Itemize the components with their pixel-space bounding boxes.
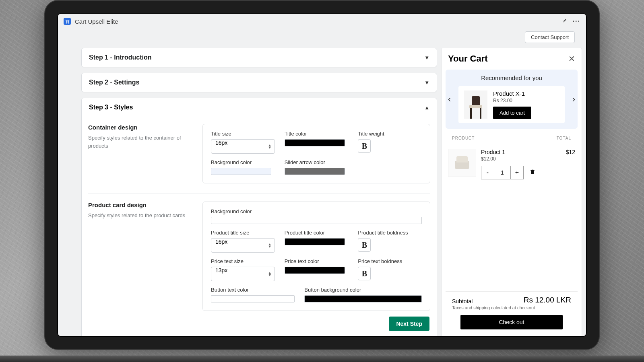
contact-support-button[interactable]: Contact Support — [525, 31, 575, 43]
chevron-down-icon: ▼ — [424, 55, 429, 61]
price-bold-label: Price text boldness — [358, 258, 422, 264]
product-image — [448, 149, 476, 177]
step3-accordion[interactable]: Step 3 - Styles ▲ — [82, 98, 437, 117]
next-step-button[interactable]: Next Step — [389, 317, 429, 331]
price-color-swatch[interactable] — [285, 267, 345, 274]
ptitle-size-label: Product title size — [211, 230, 275, 236]
pin-icon[interactable] — [561, 18, 567, 25]
ptitle-size-select[interactable]: 16px — [211, 238, 275, 253]
step1-accordion[interactable]: Step 1 - Introduction ▼ — [81, 48, 437, 67]
price-bold-toggle[interactable]: B — [358, 267, 371, 280]
step2-label: Step 2 - Settings — [89, 79, 139, 86]
cart-line-item: Product 1 $12.00 - 1 + — [442, 143, 582, 185]
chevron-up-icon: ▲ — [424, 105, 429, 111]
step2-accordion[interactable]: Step 2 - Settings ▼ — [81, 73, 437, 92]
title-size-select[interactable]: 16px — [211, 139, 275, 154]
recommendation-image — [464, 90, 487, 119]
col-product: PRODUCT — [452, 136, 475, 140]
subtotal-label: Subtotal — [452, 298, 473, 304]
product-card-heading: Product card design — [88, 202, 193, 208]
step3-panel: Step 3 - Styles ▲ Container design Speci… — [81, 98, 437, 336]
app-icon — [64, 18, 71, 25]
recommendation-title: Recommended for you — [449, 74, 574, 81]
card-bg-label: Background color — [211, 208, 422, 214]
title-weight-label: Title weight — [358, 131, 422, 137]
qty-decrease-button[interactable]: - — [481, 166, 494, 179]
container-design-desc: Specify styles related to the container … — [88, 134, 193, 150]
btn-text-color-swatch[interactable] — [211, 295, 295, 302]
ptitle-bold-toggle[interactable]: B — [358, 238, 371, 252]
ptitle-bold-label: Product title boldness — [358, 230, 422, 236]
quantity-stepper: - 1 + — [481, 166, 524, 179]
settings-form: Step 1 - Introduction ▼ Step 2 - Setting… — [81, 48, 437, 336]
cart-title: Your Cart — [448, 53, 488, 64]
top-bar: Cart Upsell Elite ··· — [58, 14, 586, 29]
container-bg-label: Background color — [211, 159, 275, 165]
title-color-label: Title color — [285, 131, 349, 137]
tax-note: Taxes and shipping calculated at checkou… — [452, 305, 571, 310]
product-name: Product 1 — [481, 149, 561, 155]
btn-bg-label: Button background color — [304, 287, 422, 293]
add-to-cart-button[interactable]: Add to cart — [493, 107, 531, 119]
container-design-card: Title size 16px ▲▼ Title color — [202, 124, 430, 183]
recommendation-block: Recommended for you ‹ › Product X-1 Rs 2… — [446, 70, 578, 129]
cart-preview: Your Cart ✕ Recommended for you ‹ › Pr — [441, 48, 582, 336]
btn-bg-swatch[interactable] — [304, 295, 422, 302]
svg-point-1 — [68, 23, 69, 23]
checkout-button[interactable]: Check out — [460, 315, 563, 329]
ptitle-color-swatch[interactable] — [285, 238, 345, 245]
title-bold-toggle[interactable]: B — [358, 139, 371, 153]
line-total: $12 — [566, 149, 575, 155]
chevron-down-icon: ▼ — [424, 80, 429, 86]
product-card-desc: Specify styles related to the product ca… — [88, 212, 193, 220]
container-design-heading: Container design — [88, 124, 193, 131]
price-size-select[interactable]: 13px — [211, 267, 275, 281]
step1-label: Step 1 - Introduction — [89, 54, 152, 61]
close-icon[interactable]: ✕ — [568, 54, 575, 64]
arrow-color-swatch[interactable] — [285, 168, 345, 175]
arrow-color-label: Slider arrow color — [285, 159, 349, 165]
ptitle-color-label: Product title color — [285, 230, 349, 236]
app-screen: Cart Upsell Elite ··· Contact Support St… — [58, 14, 586, 336]
product-card-design-card: Background color Product title size 16px — [202, 202, 430, 311]
title-color-swatch[interactable] — [285, 139, 345, 146]
container-bg-swatch[interactable] — [211, 168, 271, 175]
recommendation-card: Product X-1 Rs 23.00 Add to cart — [458, 86, 565, 123]
svg-point-0 — [66, 23, 67, 23]
qty-value: 1 — [494, 166, 510, 179]
btn-text-color-label: Button text color — [211, 287, 295, 293]
prev-arrow-icon[interactable]: ‹ — [448, 94, 451, 105]
card-bg-swatch[interactable] — [211, 217, 422, 224]
step3-label: Step 3 - Styles — [89, 104, 133, 111]
price-color-label: Price text color — [285, 258, 349, 264]
col-total: TOTAL — [557, 136, 571, 140]
recommendation-name: Product X-1 — [493, 90, 531, 97]
recommendation-price: Rs 23.00 — [493, 98, 531, 103]
title-size-label: Title size — [211, 131, 275, 137]
trash-icon[interactable] — [529, 169, 536, 177]
qty-increase-button[interactable]: + — [510, 166, 523, 179]
next-arrow-icon[interactable]: › — [572, 94, 575, 105]
price-size-label: Price text size — [211, 258, 275, 264]
more-icon[interactable]: ··· — [573, 18, 580, 25]
subtotal-amount: Rs 12.00 LKR — [524, 296, 571, 304]
app-title: Cart Upsell Elite — [75, 18, 118, 25]
product-price: $12.00 — [481, 156, 561, 162]
